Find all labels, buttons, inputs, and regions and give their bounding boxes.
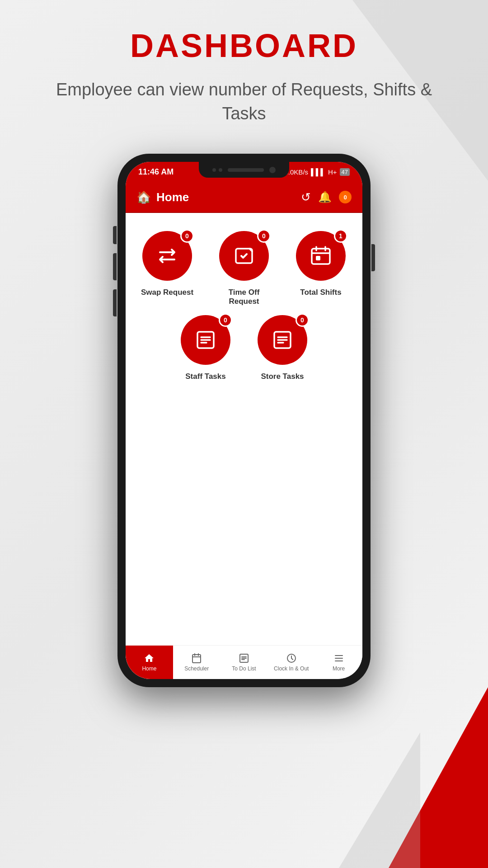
svg-rect-2 [316,256,320,260]
phone-outer: 11:46 AM 0.0KB/s ▌▌▌ H+ 47 🏠 Home ↺ [117,154,371,687]
swap-icon [155,244,179,268]
time-off-request-badge: 0 [257,229,271,243]
nav-label-home: Home [142,665,156,672]
dash-item-time-off-request[interactable]: 0 Time Off Request [212,231,276,306]
total-shifts-icon [309,244,333,268]
bixby-button [113,289,117,316]
phone-notch [199,162,289,178]
time-off-icon [232,244,256,268]
app-content: 0 Swap Request [126,213,362,645]
nav-item-more[interactable]: More [315,646,362,679]
header-left: 🏠 Home [136,190,189,204]
dash-item-staff-tasks[interactable]: 0 Staff Tasks [174,315,237,381]
notification-count-badge: 0 [339,191,352,203]
power-button [371,244,375,271]
home-nav-icon [144,653,155,664]
network-type: H+ [328,168,337,176]
nav-label-clockinout: Clock In & Out [274,665,309,672]
page-title: DASHBOARD [36,27,452,64]
dash-item-swap-request[interactable]: 0 Swap Request [136,231,199,306]
battery-icon: 47 [340,168,350,176]
todo-nav-icon [239,653,249,664]
store-tasks-icon-wrap: 0 [258,315,307,365]
swap-request-label: Swap Request [141,288,193,297]
dash-item-store-tasks[interactable]: 0 Store Tasks [251,315,314,381]
swap-request-icon-wrap: 0 [142,231,192,281]
dashboard-row-2: 0 Staff Tasks [135,315,353,381]
header-title: Home [156,190,189,204]
notification-button[interactable]: 🔔 [318,191,332,203]
nav-item-todo[interactable]: To Do List [221,646,268,679]
bell-icon: 🔔 [318,191,332,203]
swap-request-badge: 0 [180,229,194,243]
time-off-request-icon-wrap: 0 [219,231,269,281]
status-right: 0.0KB/s ▌▌▌ H+ 47 [285,168,350,176]
dash-item-total-shifts[interactable]: 1 Total Shifts [289,231,352,306]
total-shifts-label: Total Shifts [300,288,341,297]
time-off-request-label: Time Off Request [212,288,276,306]
scheduler-nav-icon [191,653,202,664]
total-shifts-icon-wrap: 1 [296,231,346,281]
staff-tasks-icon-wrap: 0 [181,315,230,365]
nav-item-scheduler[interactable]: Scheduler [173,646,221,679]
nav-item-home[interactable]: Home [126,646,173,679]
phone-mockup: 11:46 AM 0.0KB/s ▌▌▌ H+ 47 🏠 Home ↺ [117,154,371,696]
phone-screen: 11:46 AM 0.0KB/s ▌▌▌ H+ 47 🏠 Home ↺ [126,162,362,679]
svg-rect-5 [192,655,201,663]
front-camera [269,167,276,173]
staff-tasks-icon [194,328,217,352]
nav-label-todo: To Do List [232,665,256,672]
more-nav-icon [333,653,344,664]
front-sensors [212,168,222,172]
bg-decor-bottom-gray [339,732,420,868]
staff-tasks-label: Staff Tasks [185,372,225,381]
refresh-button[interactable]: ↺ [301,190,311,204]
header-right: ↺ 🔔 0 [301,190,352,204]
clock-nav-icon [286,653,297,664]
signal-icon: ▌▌▌ [311,168,325,176]
svg-rect-1 [312,249,330,264]
page-subtitle: Employee can view number of Requests, Sh… [36,78,452,126]
sensor-dot [212,168,216,172]
status-time: 11:46 AM [138,167,174,177]
earpiece [228,168,264,172]
nav-item-clockinout[interactable]: Clock In & Out [267,646,315,679]
staff-tasks-badge: 0 [219,313,232,327]
home-icon: 🏠 [136,190,151,204]
bottom-nav: Home Scheduler [126,645,362,679]
nav-label-more: More [333,665,345,672]
volume-up-button [113,226,117,244]
volume-down-button [113,253,117,280]
store-tasks-badge: 0 [296,313,309,327]
top-section: DASHBOARD Employee can view number of Re… [0,27,488,126]
dashboard-row-1: 0 Swap Request [135,231,353,306]
app-header: 🏠 Home ↺ 🔔 0 [126,182,362,213]
store-tasks-icon [271,328,294,352]
total-shifts-badge: 1 [334,229,347,243]
store-tasks-label: Store Tasks [261,372,304,381]
nav-label-scheduler: Scheduler [184,665,209,672]
sensor-dot [219,168,222,172]
